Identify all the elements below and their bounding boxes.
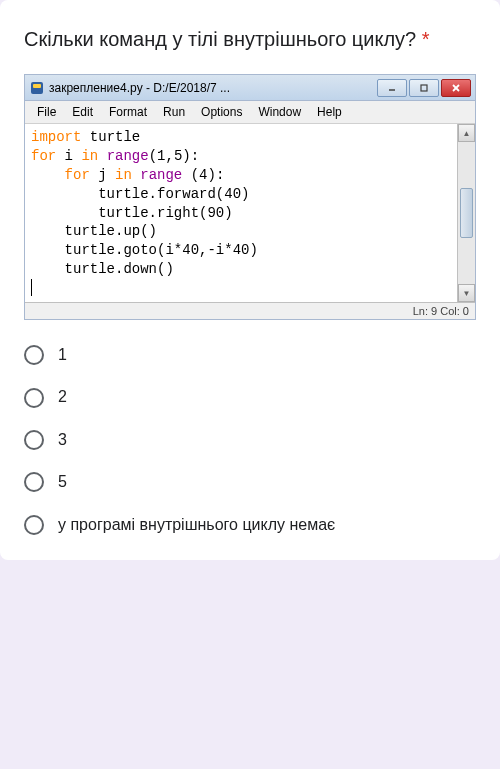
radio-icon bbox=[24, 388, 44, 408]
radio-icon bbox=[24, 430, 44, 450]
code-text[interactable]: import turtle for i in range(1,5): for j… bbox=[25, 124, 457, 302]
required-asterisk: * bbox=[422, 28, 430, 50]
vertical-scrollbar[interactable]: ▲ ▼ bbox=[457, 124, 475, 302]
statusbar: Ln: 9 Col: 0 bbox=[25, 302, 475, 319]
python-icon bbox=[29, 80, 45, 96]
radio-icon bbox=[24, 345, 44, 365]
menu-edit[interactable]: Edit bbox=[64, 103, 101, 121]
window-controls bbox=[377, 79, 471, 97]
menu-window[interactable]: Window bbox=[250, 103, 309, 121]
svg-rect-1 bbox=[33, 84, 41, 88]
option-5[interactable]: 5 bbox=[24, 471, 476, 493]
option-2[interactable]: 2 bbox=[24, 386, 476, 408]
menu-format[interactable]: Format bbox=[101, 103, 155, 121]
menu-options[interactable]: Options bbox=[193, 103, 250, 121]
question-text: Скільки команд у тілі внутрішнього циклу… bbox=[24, 28, 416, 50]
text-cursor bbox=[31, 279, 32, 296]
options-group: 1 2 3 5 у програмі внутрішнього циклу не… bbox=[24, 344, 476, 536]
window-title: закрепление4.py - D:/E/2018/7 ... bbox=[49, 81, 377, 95]
minimize-button[interactable] bbox=[377, 79, 407, 97]
question-card: Скільки команд у тілі внутрішнього циклу… bbox=[0, 0, 500, 560]
option-label: 5 bbox=[58, 471, 67, 493]
svg-rect-3 bbox=[421, 85, 427, 91]
radio-icon bbox=[24, 472, 44, 492]
option-label: 1 bbox=[58, 344, 67, 366]
titlebar: закрепление4.py - D:/E/2018/7 ... bbox=[25, 75, 475, 101]
menu-help[interactable]: Help bbox=[309, 103, 350, 121]
close-button[interactable] bbox=[441, 79, 471, 97]
menu-file[interactable]: File bbox=[29, 103, 64, 121]
option-label: у програмі внутрішнього циклу немає bbox=[58, 514, 335, 536]
scroll-down-button[interactable]: ▼ bbox=[458, 284, 475, 302]
scroll-up-button[interactable]: ▲ bbox=[458, 124, 475, 142]
menubar: File Edit Format Run Options Window Help bbox=[25, 101, 475, 124]
option-label: 3 bbox=[58, 429, 67, 451]
question-title: Скільки команд у тілі внутрішнього циклу… bbox=[24, 24, 476, 54]
option-3[interactable]: 3 bbox=[24, 429, 476, 451]
option-none[interactable]: у програмі внутрішнього циклу немає bbox=[24, 514, 476, 536]
maximize-button[interactable] bbox=[409, 79, 439, 97]
menu-run[interactable]: Run bbox=[155, 103, 193, 121]
option-1[interactable]: 1 bbox=[24, 344, 476, 366]
cursor-position: Ln: 9 Col: 0 bbox=[413, 305, 469, 317]
scroll-thumb[interactable] bbox=[460, 188, 473, 238]
radio-icon bbox=[24, 515, 44, 535]
option-label: 2 bbox=[58, 386, 67, 408]
editor-area: import turtle for i in range(1,5): for j… bbox=[25, 124, 475, 302]
code-window: закрепление4.py - D:/E/2018/7 ... File E… bbox=[24, 74, 476, 320]
